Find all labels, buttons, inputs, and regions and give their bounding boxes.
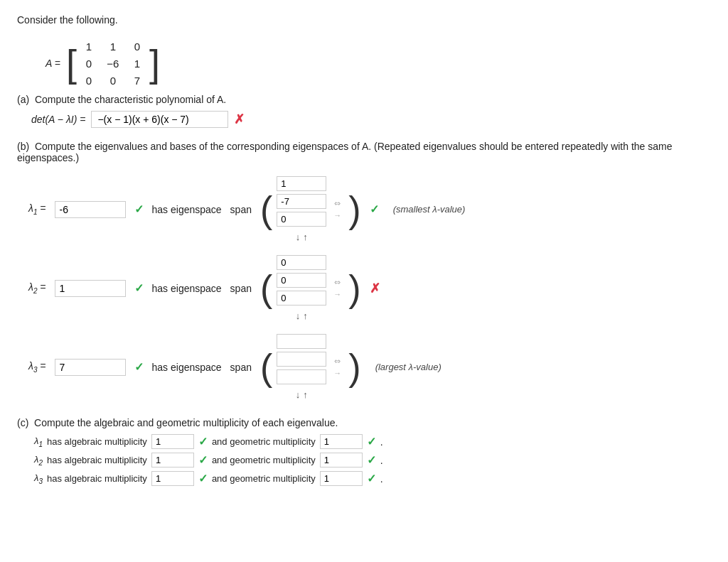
mult2-geo-check: ✓ bbox=[367, 453, 376, 467]
vector3-down-btn[interactable]: ↓ bbox=[296, 389, 301, 400]
vector3-arrows: ↓ ↑ bbox=[277, 389, 326, 400]
mult2-geo-text: and geometric multiplicity bbox=[212, 455, 316, 465]
vector2-input-1[interactable] bbox=[277, 255, 326, 270]
vector2-span: ( ↓ ↑ ⇔ → ) bbox=[260, 255, 361, 321]
vector1-input-3[interactable] bbox=[277, 212, 326, 227]
smallest-label: (smallest λ-value) bbox=[393, 204, 466, 215]
lambda3-label: λ3 = bbox=[28, 360, 46, 374]
part-b-text: Compute the eigenvalues and bases of the… bbox=[17, 141, 673, 163]
part-a: (a) Compute the characteristic polynomia… bbox=[17, 94, 711, 128]
char-poly-status: ✗ bbox=[234, 112, 245, 127]
mult2-alg-text: has algebraic multiplicity bbox=[47, 455, 147, 465]
vector2-arrows: ↓ ↑ bbox=[277, 310, 326, 321]
lambda1-label: λ1 = bbox=[28, 202, 46, 216]
vector1-col bbox=[277, 176, 326, 227]
mult1-geo-input[interactable] bbox=[320, 434, 363, 449]
multiplicity-row-1: λ1 has algebraic multiplicity ✓ and geom… bbox=[34, 434, 711, 449]
part-c: (c) Compute the algebraic and geometric … bbox=[17, 417, 711, 486]
matrix-left-bracket: [ bbox=[66, 44, 77, 82]
vector2-down-btn[interactable]: ↓ bbox=[296, 310, 301, 321]
lambda3-check: ✓ bbox=[134, 360, 144, 374]
vector1-input-2[interactable] bbox=[277, 194, 326, 209]
vector3-col bbox=[277, 334, 326, 384]
vector2-col bbox=[277, 255, 326, 306]
vector3-input-2[interactable] bbox=[277, 352, 326, 367]
vector1-side-compress: ⇔ → bbox=[333, 199, 341, 220]
part-c-label: (c) bbox=[17, 417, 28, 428]
part-a-label: (a) bbox=[17, 94, 29, 105]
matrix-grid: 1 1 0 0 −6 1 0 0 7 bbox=[78, 38, 148, 88]
mult1-geo-check: ✓ bbox=[367, 435, 376, 448]
eigenvalue-1-row: λ1 = ✓ has eigenspace span ( ↓ ↑ bbox=[28, 176, 711, 242]
char-poly-row: det(A − λI) = ✗ bbox=[31, 111, 711, 128]
mult3-alg-input[interactable] bbox=[151, 471, 194, 486]
eigenvalue-1-section: λ1 = ✓ has eigenspace span ( ↓ ↑ bbox=[17, 176, 711, 242]
char-poly-input[interactable] bbox=[91, 111, 228, 128]
mult1-alg-text: has algebraic multiplicity bbox=[47, 436, 147, 447]
mult3-lambda: λ3 bbox=[34, 472, 43, 485]
vector2-right-paren: ) bbox=[348, 270, 360, 307]
part-a-text: Compute the characteristic polynomial of… bbox=[35, 94, 226, 105]
vector3-left-paren: ( bbox=[260, 349, 272, 386]
largest-label: (largest λ-value) bbox=[375, 362, 441, 372]
vector2-up-btn[interactable]: ↑ bbox=[303, 310, 308, 321]
mult3-geo-text: and geometric multiplicity bbox=[212, 473, 316, 484]
matrix-display: A = [ 1 1 0 0 −6 1 0 0 7 ] bbox=[46, 38, 711, 88]
vector2-input-2[interactable] bbox=[277, 273, 326, 288]
vector3-input-3[interactable] bbox=[277, 369, 326, 384]
eigenspace2-cross: ✗ bbox=[370, 281, 380, 296]
eigenvalue-3-section: λ3 = ✓ has eigenspace span ( ↓ ↑ bbox=[17, 334, 711, 400]
mult2-alg-input[interactable] bbox=[151, 453, 194, 468]
det-label: det(A − λI) = bbox=[31, 114, 85, 125]
eigenspace1-label: has eigenspace bbox=[152, 204, 222, 215]
eigenspace2-label: has eigenspace bbox=[152, 283, 222, 294]
lambda2-input[interactable] bbox=[55, 280, 126, 297]
eigenvalue-2-section: λ2 = ✓ has eigenspace span ( ↓ ↑ bbox=[17, 255, 711, 321]
vector3-side-compress: ⇔ → bbox=[333, 357, 341, 377]
part-c-text: Compute the algebraic and geometric mult… bbox=[34, 417, 338, 428]
mult3-geo-input[interactable] bbox=[320, 471, 363, 486]
mult2-alg-check: ✓ bbox=[198, 453, 208, 467]
span2-label: span bbox=[230, 283, 252, 294]
vector3-input-1[interactable] bbox=[277, 334, 326, 349]
vector1-down-btn[interactable]: ↓ bbox=[296, 232, 301, 242]
lambda2-check: ✓ bbox=[134, 281, 144, 295]
mult3-alg-check: ✓ bbox=[198, 472, 208, 485]
eigenvalue-3-row: λ3 = ✓ has eigenspace span ( ↓ ↑ bbox=[28, 334, 711, 400]
mult1-alg-input[interactable] bbox=[151, 434, 194, 449]
vector3-span: ( ↓ ↑ ⇔ → ) bbox=[260, 334, 361, 400]
vector3-up-btn[interactable]: ↑ bbox=[303, 389, 308, 400]
mult1-alg-check: ✓ bbox=[198, 435, 208, 448]
vector1-arrows: ↓ ↑ bbox=[277, 232, 326, 242]
matrix-right-bracket: ] bbox=[149, 44, 160, 82]
lambda1-input[interactable] bbox=[55, 201, 126, 218]
mult3-alg-text: has algebraic multiplicity bbox=[47, 473, 147, 484]
vector1-left-paren: ( bbox=[260, 191, 272, 228]
vector1-right-paren: ) bbox=[348, 191, 360, 228]
eigenvalue-2-row: λ2 = ✓ has eigenspace span ( ↓ ↑ bbox=[28, 255, 711, 321]
multiplicity-row-2: λ2 has algebraic multiplicity ✓ and geom… bbox=[34, 453, 711, 468]
multiplicity-row-3: λ3 has algebraic multiplicity ✓ and geom… bbox=[34, 471, 711, 486]
mult2-lambda: λ2 bbox=[34, 454, 43, 467]
part-b-label: (b) bbox=[17, 141, 29, 152]
mult2-geo-input[interactable] bbox=[320, 453, 363, 468]
vector2-side-compress: ⇔ → bbox=[333, 278, 341, 298]
vector1-input-1[interactable] bbox=[277, 176, 326, 191]
eigenspace3-label: has eigenspace bbox=[152, 362, 222, 373]
vector2-left-paren: ( bbox=[260, 270, 272, 307]
mult1-lambda: λ1 bbox=[34, 436, 43, 448]
eigenspace1-check: ✓ bbox=[370, 202, 379, 216]
span1-label: span bbox=[230, 204, 252, 215]
vector1-span: ( ↓ ↑ ⇔ → ) bbox=[260, 176, 361, 242]
lambda3-input[interactable] bbox=[55, 359, 126, 376]
matrix-label: A = bbox=[46, 58, 60, 69]
vector3-right-paren: ) bbox=[348, 349, 360, 386]
mult1-geo-text: and geometric multiplicity bbox=[212, 436, 316, 447]
mult3-geo-check: ✓ bbox=[367, 472, 376, 485]
lambda1-check: ✓ bbox=[134, 202, 144, 216]
vector2-input-3[interactable] bbox=[277, 291, 326, 306]
vector1-up-btn[interactable]: ↑ bbox=[303, 232, 308, 242]
span3-label: span bbox=[230, 362, 252, 373]
lambda2-label: λ2 = bbox=[28, 281, 46, 295]
intro-text: Consider the following. bbox=[17, 14, 711, 26]
